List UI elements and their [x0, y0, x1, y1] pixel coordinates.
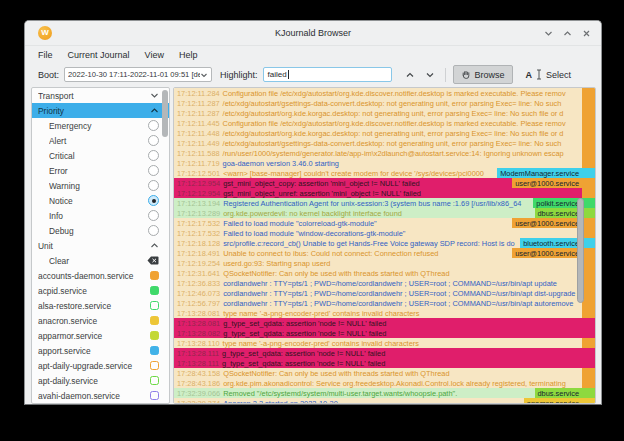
log-row[interactable]: 17:12:56.797 cordlandwehr : TTY=pts/1 ; …: [174, 298, 595, 308]
log-row[interactable]: 17:13:28.110 type name '-a-png-encoder-p…: [174, 338, 595, 348]
next-match-button[interactable]: [420, 67, 440, 83]
log-row[interactable]: 17:13:28.111 g_type_set_qdata: assertion…: [174, 348, 595, 358]
priority-radio[interactable]: [148, 150, 159, 161]
unit-checkbox[interactable]: [150, 271, 159, 280]
unit-checkbox[interactable]: [150, 376, 159, 385]
unit-checkbox[interactable]: [150, 301, 159, 310]
priority-option[interactable]: Alert: [32, 133, 169, 148]
unit-checkbox[interactable]: [150, 361, 159, 370]
log-row[interactable]: 17:32:39.374 Anacron 2.3 started on 2022…: [174, 398, 595, 404]
log-row[interactable]: 17:12:12.954 gst_mini_object_unref: asse…: [174, 188, 595, 198]
unit-filter-item[interactable]: alsa-restore.service: [32, 298, 169, 313]
minimize-button[interactable]: [544, 29, 553, 38]
log-message: /etc/xdg/autostart/gsettings-data-conver…: [220, 99, 582, 108]
unit-filter-item[interactable]: anacron.service: [32, 313, 169, 328]
select-button-label: Select: [546, 70, 571, 80]
priority-radio[interactable]: [148, 165, 159, 176]
maximize-button[interactable]: [563, 29, 572, 38]
menu-item-file[interactable]: File: [38, 50, 53, 60]
log-timestamp: 17:12:11.445: [174, 119, 220, 128]
menu-item-current-journal[interactable]: Current Journal: [68, 50, 130, 60]
priority-radio[interactable]: [148, 225, 159, 236]
log-row[interactable]: 17:12:11.449 /etc/xdg/autostart/gsetting…: [174, 138, 595, 148]
log-row[interactable]: 17:12:13.194 Registered Authentication A…: [174, 198, 595, 208]
log-message: Anacron 2.3 started on 2022-10-30: [220, 399, 524, 405]
log-row[interactable]: 17:28:43.186 org.kde.pim.akonadicontrol:…: [174, 378, 595, 388]
log-row[interactable]: 17:13:28.081 g_type_set_qdata: assertion…: [174, 318, 595, 328]
unit-checkbox[interactable]: [150, 391, 159, 400]
unit-filter-item[interactable]: apt-daily-upgrade.service: [32, 358, 169, 373]
log-timestamp: 17:13:28.111: [174, 359, 219, 368]
log-row[interactable]: 17:12:11.719 goa-daemon version 3.46.0 s…: [174, 158, 595, 168]
priority-option[interactable]: Debug: [32, 223, 169, 238]
log-row[interactable]: 17:12:12.501 <warn> [base-manager] could…: [174, 168, 595, 178]
log-row[interactable]: 17:12:11.588 /run/user/1000/systemd/gene…: [174, 148, 595, 158]
log-row[interactable]: 17:12:18.491 Unable to connect to ibus: …: [174, 248, 595, 258]
highlight-input[interactable]: failed: [263, 67, 392, 82]
menu-item-view[interactable]: View: [145, 50, 164, 60]
log-row[interactable]: 17:12:17.532 Failed to load module "colo…: [174, 218, 595, 228]
log-row[interactable]: 17:12:11.287 /etc/xdg/autostart/gsetting…: [174, 98, 595, 108]
sidebar-scrollbar[interactable]: [162, 90, 168, 137]
log-row[interactable]: 17:12:19.254 userd.go:93: Starting snap …: [174, 258, 595, 268]
unit-filter-item[interactable]: apt-daily.service: [32, 373, 169, 388]
priority-option[interactable]: Info: [32, 208, 169, 223]
unit-color-band: [582, 98, 595, 108]
priority-option[interactable]: Warning: [32, 178, 169, 193]
priority-option[interactable]: Notice: [32, 193, 169, 208]
log-row[interactable]: 17:13:28.082 g_type_set_qdata: assertion…: [174, 328, 595, 338]
unit-filter-label: apt-daily-upgrade.service: [38, 361, 150, 371]
log-row[interactable]: 17:12:11.445 Configuration file /etc/xdg…: [174, 118, 595, 128]
unit-checkbox[interactable]: [150, 316, 159, 325]
log-timestamp: 17:13:28.081: [174, 319, 220, 328]
unit-color-band: [582, 188, 595, 198]
priority-radio[interactable]: [148, 180, 159, 191]
log-row[interactable]: 17:12:18.128 src/profile.c:record_cb() U…: [174, 238, 595, 248]
boot-combobox[interactable]: 2022-10-30 17:11-2022-11-01 09:51 [de0a4…: [64, 67, 212, 82]
unit-checkbox[interactable]: [150, 286, 159, 295]
unit-filter-item[interactable]: apport.service: [32, 343, 169, 358]
log-row[interactable]: 17:28:43.158 QSocketNotifier: Can only b…: [174, 368, 595, 378]
priority-radio[interactable]: [148, 135, 159, 146]
log-message: type name '-a-png-encoder-pred' contains…: [220, 339, 582, 348]
log-message: g_type_set_qdata: assertion 'node != NUL…: [220, 319, 582, 328]
close-icon[interactable]: [582, 29, 591, 38]
log-row[interactable]: 17:12:11.284 Configuration file /etc/xdg…: [174, 88, 595, 98]
log-row[interactable]: 17:12:11.448 /etc/xdg/autostart/org.kde.…: [174, 128, 595, 138]
previous-match-button[interactable]: [400, 67, 420, 83]
unit-checkbox[interactable]: [150, 331, 159, 340]
log-row[interactable]: 17:12:36.833 cordlandwehr : TTY=pts/1 ; …: [174, 278, 595, 288]
unit-filter-item[interactable]: accounts-daemon.service: [32, 268, 169, 283]
clear-units-button[interactable]: Clear: [32, 253, 169, 268]
log-row[interactable]: 17:12:13.289 org.kde.powerdevil: no kern…: [174, 208, 595, 218]
log-row[interactable]: 17:12:11.287 /etc/xdg/autostart/org.kde.…: [174, 108, 595, 118]
log-row[interactable]: 17:13:28.111 g_type_set_qdata: assertion…: [174, 358, 595, 368]
log-row[interactable]: 17:12:46.073 cordlandwehr : TTY=pts/1 ; …: [174, 288, 595, 298]
log-row[interactable]: 17:32:39.066 Removed "/etc/systemd/syste…: [174, 388, 595, 398]
log-row[interactable]: 17:12:31.641 QSocketNotifier: Can only b…: [174, 268, 595, 278]
log-row[interactable]: 17:12:12.954 gst_mini_object_copy: asser…: [174, 178, 595, 188]
browse-button[interactable]: Browse: [453, 65, 513, 84]
section-unit[interactable]: Unit: [32, 238, 169, 253]
boot-label: Boot:: [38, 70, 59, 80]
select-button[interactable]: A Select: [519, 66, 579, 83]
unit-filter-item[interactable]: acpid.service: [32, 283, 169, 298]
unit-color-band: [582, 328, 595, 338]
priority-option[interactable]: Error: [32, 163, 169, 178]
priority-radio[interactable]: [148, 120, 159, 131]
unit-filter-item[interactable]: apparmor.service: [32, 328, 169, 343]
unit-checkbox[interactable]: [150, 346, 159, 355]
log-message: Failed to load module "colorreload-gtk-m…: [220, 219, 512, 228]
priority-radio[interactable]: [148, 210, 159, 221]
priority-option[interactable]: Emergency: [32, 118, 169, 133]
priority-option[interactable]: Critical: [32, 148, 169, 163]
unit-filter-item[interactable]: avahi-daemon.service: [32, 388, 169, 403]
priority-radio[interactable]: [148, 195, 159, 206]
menu-item-help[interactable]: Help: [179, 50, 198, 60]
log-scrollbar[interactable]: [577, 198, 584, 303]
section-transport[interactable]: Transport: [32, 88, 169, 103]
log-row[interactable]: 17:12:17.532 Failed to load module "wind…: [174, 228, 595, 238]
section-priority[interactable]: Priority: [32, 103, 169, 118]
section-priority-label: Priority: [38, 106, 150, 116]
log-row[interactable]: 17:13:28.081 type name '-a-png-encoder-p…: [174, 308, 595, 318]
